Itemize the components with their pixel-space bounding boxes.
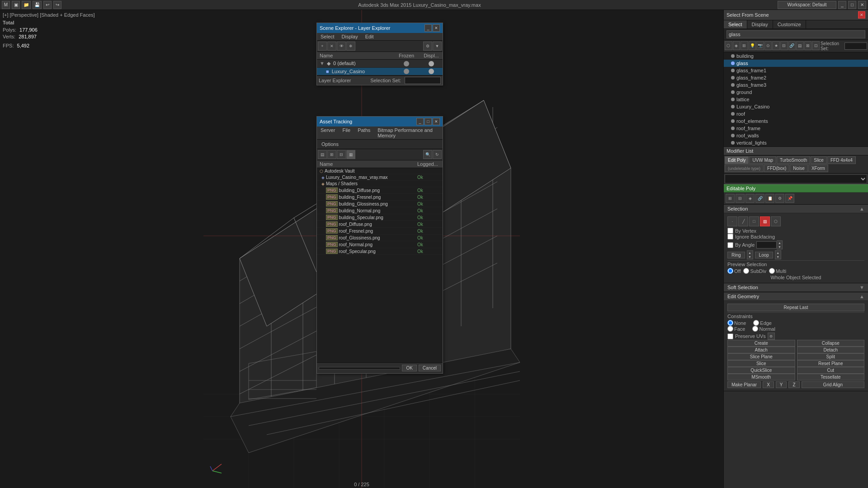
scene-item-building[interactable]: building [724,52,868,60]
by-angle-input[interactable]: 15.0 [756,241,777,249]
mod-icon-5[interactable]: 📋 [765,194,774,203]
scene-item-vertical-lights[interactable]: vertical_lights [724,139,868,146]
soft-selection-rollout-header[interactable]: Soft Selection ▼ [724,283,868,292]
mod-icon-6[interactable]: ⚙ [775,194,784,203]
tab-select[interactable]: Select [724,20,747,28]
scene-item-glass-frame1[interactable]: glass_frame1 [724,67,868,74]
sel-icon-9[interactable]: 🔗 [788,41,796,50]
layer-delete-btn[interactable]: ✕ [327,42,336,51]
layer-row-luxury[interactable]: ■ Luxury_Casino [317,68,443,75]
asset-row-8[interactable]: PNG roof_Diffuse.png Ok [317,221,443,228]
preview-multi-radio[interactable] [769,268,775,274]
mod-btn-noise[interactable]: Noise [790,164,808,172]
mod-btn-xform[interactable]: XForm [808,164,828,172]
sel-icon-6[interactable]: ⊙ [764,41,772,50]
sel-edge-icon[interactable]: ╱ [738,216,748,226]
scene-item-luxury-casino[interactable]: Luxury_Casino [724,103,868,110]
scene-item-roof-walls[interactable]: roof_walls [724,132,868,139]
sel-icon-2[interactable]: ◈ [733,41,741,50]
asset-menu-file[interactable]: File [339,127,354,139]
selection-rollout-header[interactable]: Selection ▲ [724,205,868,213]
sel-vertex-icon[interactable]: · [727,216,737,226]
preserve-uvs-settings[interactable]: ⚙ [768,333,775,340]
cut-btn[interactable]: Cut [797,367,865,374]
layer-menu-display[interactable]: Display [338,33,362,40]
quickslice-btn[interactable]: QuickSlice [727,367,795,374]
asset-row-1[interactable]: ◈ Luxury_Casino_max_vray.max Ok [317,174,443,181]
constraint-edge-radio[interactable] [753,320,759,326]
sel-icon-11[interactable]: ⊠ [804,41,812,50]
asset-row-6[interactable]: PNG building_Normal.png Ok [317,207,443,214]
sel-element-icon[interactable]: ⬡ [771,216,781,226]
layer-hide-btn[interactable]: 👁 [337,42,346,51]
mod-btn-uvw-map[interactable]: UVW Map [749,156,776,164]
app-logo[interactable]: M [2,1,10,9]
ring-btn[interactable]: Ring [727,252,745,258]
asset-tool-refresh[interactable]: ↻ [433,150,442,159]
scene-item-glass[interactable]: glass [724,60,868,67]
sel-icon-10[interactable]: ▤ [796,41,804,50]
selection-set-input[interactable] [405,77,441,84]
mod-icon-pin[interactable]: 📌 [785,194,794,203]
x-btn[interactable]: X [763,381,774,388]
tab-display[interactable]: Display [747,20,773,28]
maximize-btn[interactable]: □ [848,1,856,9]
create-btn[interactable]: Create [727,340,795,347]
ignore-backfacing-checkbox[interactable] [727,234,733,239]
preview-subdiv-radio[interactable] [743,268,749,274]
scene-item-roof-frame[interactable]: roof_frame [724,125,868,132]
sel-icon-8[interactable]: ⊟ [780,41,788,50]
layer-menu-edit[interactable]: Edit [362,33,377,40]
mod-icon-4[interactable]: 🔗 [755,194,764,203]
make-planar-btn[interactable]: Make Planar [727,381,761,388]
sel-poly-icon[interactable]: ▨ [760,216,770,226]
layer-explorer-minimize[interactable]: _ [425,24,432,32]
asset-row-10[interactable]: PNG roof_Glossiness.png Ok [317,235,443,241]
minimize-btn[interactable]: _ [838,1,846,9]
asset-tracking-close[interactable]: ✕ [433,118,440,125]
attach-btn[interactable]: Attach [727,347,795,353]
constraint-none-radio[interactable] [727,320,733,326]
asset-cancel-btn[interactable]: Cancel [419,365,441,371]
z-btn[interactable]: Z [788,381,799,388]
sel-icon-5[interactable]: 📷 [756,41,764,50]
sel-icon-3[interactable]: ⊞ [741,41,748,50]
asset-tool-3[interactable]: ⊟ [337,150,346,159]
asset-ok-btn[interactable]: OK [402,365,416,371]
asset-row-4[interactable]: PNG building_Fresnel.png Ok [317,194,443,201]
detach-btn[interactable]: Detach [797,347,865,353]
asset-menu-options[interactable]: Options [318,141,342,148]
asset-tracking-restore[interactable]: □ [425,118,432,125]
layer-expand-0[interactable]: ▼ [320,61,325,66]
asset-row-3[interactable]: PNG building_Diffuse.png Ok [317,187,443,194]
asset-tracking-minimize[interactable]: _ [416,118,424,125]
redo-btn[interactable]: ↪ [53,1,61,9]
asset-row-0[interactable]: ⬡ Autodesk Vault [317,168,443,174]
by-angle-checkbox[interactable] [727,242,733,248]
asset-row-5[interactable]: PNG building_Glossiness.png Ok [317,201,443,207]
mod-btn-turbosmooth[interactable]: TurboSmooth [777,156,810,164]
sel-icon-4[interactable]: 💡 [749,41,756,50]
select-from-scene-close[interactable]: ✕ [858,11,865,19]
layer-menu-select[interactable]: Select [317,33,338,40]
preview-off-radio[interactable] [727,268,733,274]
y-btn[interactable]: Y [776,381,787,388]
by-vertex-checkbox[interactable] [727,228,733,234]
mod-icon-3[interactable]: ◈ [745,194,755,203]
sel-icon-12[interactable]: ⊡ [812,41,820,50]
grid-align-btn[interactable]: Grid Align [802,381,864,388]
mod-btn-ffd[interactable]: FFD 4x4x4 [827,156,856,164]
msmooth-btn[interactable]: MSmooth [727,374,795,380]
layer-settings-btn[interactable]: ⚙ [423,42,432,51]
slice-plane-btn[interactable]: Slice Plane [727,353,795,360]
mod-icon-2[interactable]: ⊟ [736,194,745,203]
search-input[interactable] [726,30,865,38]
edit-geometry-rollout-header[interactable]: Edit Geometry ▲ [724,292,868,301]
asset-tool-search[interactable]: 🔍 [423,150,432,159]
repeat-last-btn[interactable]: Repeat Last [727,304,864,311]
asset-tool-2[interactable]: ⊞ [327,150,336,159]
reset-plane-btn[interactable]: Reset Plane [797,360,865,367]
ring-spin-up[interactable]: ▲ [747,251,753,255]
tessellate-btn[interactable]: Tessellate [797,374,865,380]
sel-icon-1[interactable]: ⬡ [725,41,732,50]
